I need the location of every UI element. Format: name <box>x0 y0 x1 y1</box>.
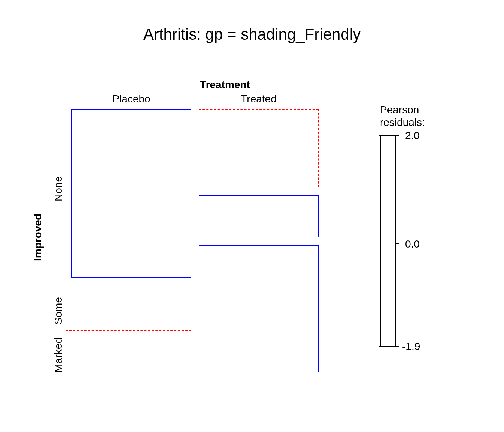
tile-treated-none <box>199 109 319 188</box>
tile-treated-some <box>199 195 319 237</box>
tile-placebo-marked <box>66 330 191 371</box>
row-axis-title: Improved <box>32 214 44 261</box>
tile-placebo-none <box>71 109 191 278</box>
legend-title-line2: residuals: <box>380 116 425 129</box>
legend-title-line1: Pearson <box>380 104 419 116</box>
row-label-some: Some <box>52 297 64 324</box>
legend-value-mid: 0.0 <box>405 238 420 250</box>
row-label-none: None <box>52 176 64 201</box>
col-header-treated: Treated <box>199 93 319 105</box>
col-axis-title: Treatment <box>112 79 338 91</box>
col-header-placebo: Placebo <box>71 93 191 105</box>
legend-bar <box>380 135 396 346</box>
legend-value-top: 2.0 <box>405 130 420 142</box>
legend-value-bottom: -1.9 <box>402 340 420 352</box>
chart-title: Arthritis: gp = shading_Friendly <box>0 26 504 44</box>
tile-treated-marked <box>199 245 319 372</box>
legend-tick-mid <box>396 243 399 244</box>
tile-placebo-some <box>66 284 191 324</box>
legend-tick-top <box>379 135 399 136</box>
legend-tick-bottom <box>379 346 399 346</box>
row-label-marked: Marked <box>52 338 64 372</box>
